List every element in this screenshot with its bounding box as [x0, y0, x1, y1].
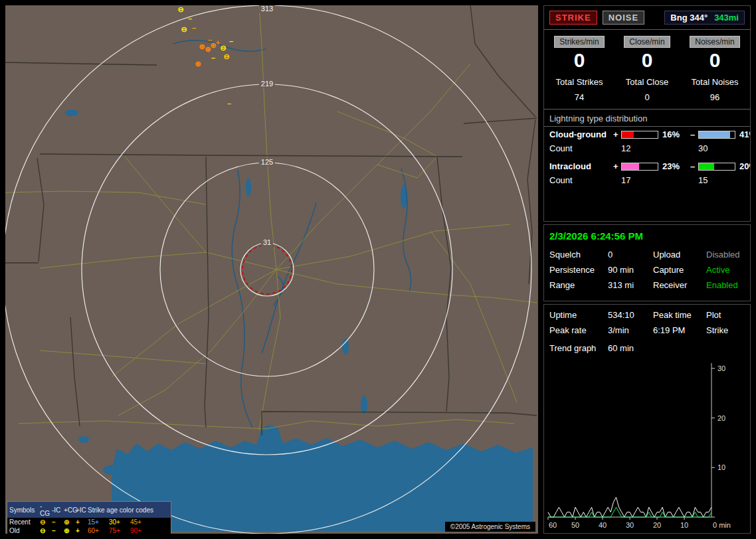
bearing-distance: 343mi — [714, 13, 739, 23]
strike-stats-panel: STRIKE NOISE Bng 344° 343mi Strikes/min … — [543, 5, 751, 222]
strike-symbol: + — [216, 38, 220, 46]
peak-time-label: Peak time — [653, 310, 706, 320]
ic-minus-count: 15 — [698, 175, 739, 185]
upload-label: Upload — [653, 250, 706, 260]
svg-text:10: 10 — [680, 521, 688, 529]
peak-rate-value: 3/min — [608, 325, 653, 335]
datetime-display: 2/3/2026 6:24:56 PM — [544, 225, 750, 243]
uptime-value: 534:10 — [608, 310, 653, 320]
age-code-90: 90+ — [130, 527, 151, 534]
minus-sign: – — [690, 161, 698, 171]
squelch-label: Squelch — [549, 250, 608, 260]
distribution-title: Lightning type distribution — [544, 110, 750, 126]
plus-sign: + — [613, 129, 621, 139]
cg-minus-bar-fill — [699, 131, 730, 138]
strike-symbol: ⊕ — [199, 42, 205, 50]
total-noises-value: 96 — [681, 92, 749, 102]
svg-text:30: 30 — [626, 521, 634, 529]
status-grid: Squelch 0 Upload Disabled Persistence 90… — [544, 243, 750, 297]
svg-text:60: 60 — [549, 521, 557, 529]
svg-text:20: 20 — [717, 414, 725, 422]
pos-ic-icon: + — [76, 527, 88, 534]
neg-cg-icon: ⊖ — [40, 527, 52, 534]
legend-row-old: Old ⊖ – ⊕ + 60+ 75+ 90+ — [7, 526, 171, 534]
uptime-stats-grid: Uptime 534:10 Peak time Plot Peak rate 3… — [544, 305, 750, 335]
cg-plus-bar-fill — [622, 131, 634, 138]
mode-toolbar: STRIKE NOISE Bng 344° 343mi — [544, 6, 750, 29]
system-status-panel: 2/3/2026 6:24:56 PM Squelch 0 Upload Dis… — [543, 224, 751, 301]
ic-plus-count: 17 — [621, 175, 662, 185]
rates-section: Strikes/min 0 Total Strikes 74 Close/min… — [544, 30, 750, 109]
legend-recent-label: Recent — [9, 518, 40, 526]
plot-label: Plot — [706, 310, 745, 320]
strike-symbol: – — [229, 37, 233, 45]
legend-col-neg-cg: -CG — [40, 502, 52, 517]
strike-symbol: ⊖ — [223, 52, 229, 60]
range-ring-label: 313 — [259, 5, 275, 13]
cg-plus-bar — [621, 131, 658, 139]
trend-graph-header: Trend graph 60 min — [544, 335, 750, 353]
app: { "map": { "center": { "x": 394, "y": 39… — [0, 0, 756, 539]
strikes-per-min-value: 0 — [545, 49, 613, 72]
map-legend: Symbols -CG -IC +CG +IC Strike age color… — [7, 501, 171, 534]
lightning-map[interactable]: ⊖–⊖–⊕⊕⊕–+⊖⊕–⊖–– Symbols -CG -IC +CG +IC … — [5, 5, 538, 534]
persistence-value: 90 min — [608, 265, 653, 275]
cg-plus-pct: 16% — [662, 129, 690, 139]
minus-sign: – — [690, 129, 698, 139]
cloud-ground-label: Cloud-ground — [549, 129, 613, 139]
total-close-label: Total Close — [613, 77, 681, 87]
intracloud-label: Intracloud — [549, 161, 613, 171]
count-label: Count — [549, 175, 613, 185]
strike-symbol: – — [227, 100, 231, 108]
ic-plus-bar-fill — [622, 163, 639, 170]
intracloud-count-row: Count 17 15 — [544, 173, 750, 191]
trend-graph-svg: 3020106050403020100 min — [547, 360, 749, 532]
cloud-ground-count-row: Count 12 30 — [544, 141, 750, 159]
close-per-min-value: 0 — [613, 49, 681, 72]
age-code-45: 45+ — [130, 518, 151, 526]
strike-symbol: – — [211, 54, 215, 62]
ic-minus-bar-fill — [699, 163, 714, 170]
legend-symbols-header: Symbols — [9, 506, 40, 514]
neg-ic-icon: – — [52, 527, 64, 534]
noises-per-min-value: 0 — [681, 49, 749, 72]
bearing-label: Bng 344° — [670, 13, 708, 23]
strike-symbol: ⊖ — [220, 44, 226, 52]
legend-age-header: Strike age color codes — [88, 506, 169, 514]
persistence-label: Persistence — [549, 265, 608, 275]
plot-value: Strike — [706, 325, 745, 335]
strike-symbol: ⊖ — [177, 5, 183, 13]
legend-old-label: Old — [9, 527, 40, 534]
age-code-30: 30+ — [109, 518, 130, 526]
noises-per-min-button[interactable]: Noises/min — [690, 36, 739, 48]
range-ring-label: 219 — [259, 80, 275, 88]
age-code-75: 75+ — [109, 527, 130, 534]
copyright-text: ©2005 Astrogenic Systems — [445, 522, 535, 532]
bearing-display: Bng 344° 343mi — [664, 11, 745, 25]
legend-row-recent: Recent ⊖ – ⊕ + 15+ 30+ 45+ — [7, 518, 171, 526]
trend-graph-label: Trend graph — [549, 343, 608, 353]
range-label: Range — [549, 280, 608, 290]
ic-minus-pct: 20% — [739, 161, 751, 171]
trend-graph: 3020106050403020100 min — [547, 360, 750, 533]
plus-sign: + — [613, 161, 621, 171]
total-strikes-value: 74 — [545, 92, 613, 102]
neg-ic-icon: – — [52, 518, 64, 526]
svg-text:10: 10 — [717, 463, 725, 471]
close-rate-column: Close/min 0 Total Close 0 — [613, 35, 681, 102]
cg-minus-bar — [698, 131, 735, 139]
receiver-label: Receiver — [653, 280, 706, 290]
range-value: 313 mi — [608, 280, 653, 290]
strike-symbol: – — [192, 24, 196, 32]
intracloud-row: Intracloud + 23% – 20% — [544, 159, 750, 173]
total-noises-label: Total Noises — [681, 77, 749, 87]
strikes-per-min-button[interactable]: Strikes/min — [554, 36, 604, 48]
cloud-ground-row: Cloud-ground + 16% – 41% — [544, 127, 750, 141]
noise-button[interactable]: NOISE — [603, 11, 644, 25]
close-per-min-button[interactable]: Close/min — [624, 36, 670, 48]
strike-button[interactable]: STRIKE — [549, 11, 597, 25]
cg-minus-count: 30 — [698, 143, 739, 153]
trend-panel: Uptime 534:10 Peak time Plot Peak rate 3… — [543, 304, 751, 534]
total-close-value: 0 — [613, 92, 681, 102]
strike-symbol: ⊖ — [181, 25, 187, 33]
